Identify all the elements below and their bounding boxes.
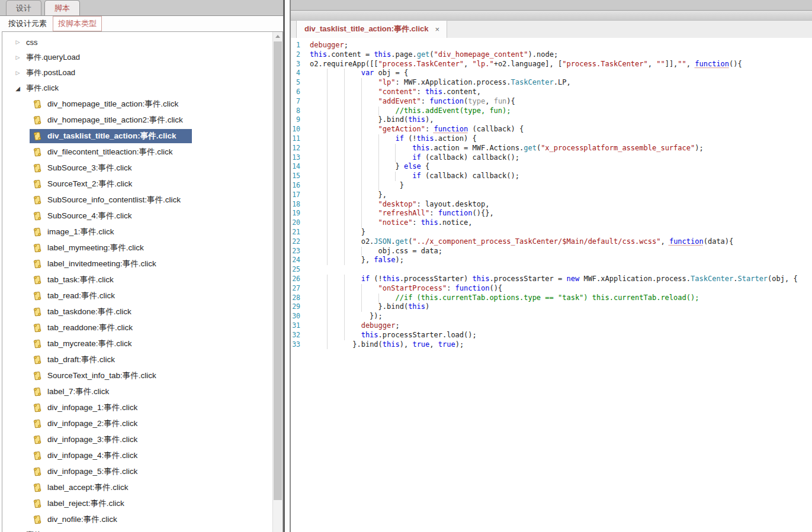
tree-item[interactable]: div_filecontent_titleaction:事件.click [2,144,272,160]
tree-item[interactable]: div_infopage_5:事件.click [2,463,272,479]
code-text: if (callback) callback(); [310,153,519,163]
top-tab-script[interactable]: 脚本 [44,0,80,15]
code-line: 14} else { [291,162,812,172]
collapsed-arrow-icon[interactable]: ▷ [14,70,21,76]
editor-panel: div_tasklist_title_action:事件.click × 1de… [291,0,812,532]
editor-tab[interactable]: div_tasklist_title_action:事件.click × [296,20,447,38]
tree-item-label: div_infopage_4:事件.click [46,450,137,461]
tree-item[interactable]: div_infopage_1:事件.click [2,399,272,415]
tree-item[interactable]: div_infopage_3:事件.click [2,431,272,447]
code-line: 15if (callback) callback(); [291,172,812,181]
tree-item[interactable]: div_infopage_4:事件.click [2,447,272,463]
tree-item-content: SubSource_4:事件.click [30,209,147,223]
scrollbar-thumb[interactable] [274,41,282,500]
code-text: this.content = this.page.get("div_homepa… [310,50,558,60]
tree-item-content: div_infopage_3:事件.click [30,433,153,447]
tree-item[interactable]: div_homepage_title_action:事件.click [2,96,272,112]
editor-tabbar: div_tasklist_title_action:事件.click × [291,21,812,38]
tree-item-content: div_homepage_title_action:事件.click [30,97,194,111]
tree-item-content: tab_draft:事件.click [30,353,130,367]
tree-item[interactable]: div_homepage_title_action2:事件.click [2,112,272,128]
code-line: 22o2.JSON.get("../x_component_process_Ta… [291,237,812,247]
tree-item[interactable]: div_nofile:事件.click [2,511,272,527]
panel-splitter[interactable] [283,0,291,532]
tree-item[interactable]: label_7:事件.click [2,383,272,399]
collapsed-arrow-icon[interactable]: ▷ [14,54,21,60]
code-line: 23obj.css = data; [291,247,812,256]
script-editor-window: 设计脚本 按设计元素按脚本类型 ▷css▷事件.queryLoad▷事件.pos… [0,0,812,532]
tree-item[interactable]: div_infopage_2:事件.click [2,415,272,431]
tree-item-label: div_infopage_1:事件.click [46,402,137,413]
tree-root-item-partial[interactable]: ▷事件 [2,527,272,532]
tree-item-label: tab_mycreate:事件.click [46,338,132,349]
tree-item-label: tab_draft:事件.click [46,354,115,365]
code-text: } [310,181,404,191]
top-tab-design[interactable]: 设计 [6,0,41,15]
tree-root-item[interactable]: ▷事件.queryLoad [2,50,272,65]
line-number: 33 [291,340,310,350]
tree-item-label: SubSource_3:事件.click [46,163,132,173]
line-number: 17 [291,191,310,200]
code-text: var obj = { [310,69,408,78]
code-line: 13if (callback) callback(); [291,153,812,163]
code-text: this.action = MWF.Actions.get("x_process… [310,144,704,153]
tree-item-content: div_nofile:事件.click [30,512,133,527]
tree-item[interactable]: label_accept:事件.click [2,479,272,495]
code-text: }); [310,312,383,321]
close-icon[interactable]: × [435,25,440,34]
tree-root-item[interactable]: ◢事件.click [2,80,272,96]
tree-item[interactable]: tab_draft:事件.click [2,352,272,367]
code-line: 1debugger; [291,41,812,50]
tree-item[interactable]: tab_read:事件.click [2,288,272,304]
tree-item[interactable]: image_1:事件.click [2,224,272,240]
code-line: 6"content": this.content, [291,88,812,97]
script-tree-panel: ▷css▷事件.queryLoad▷事件.postLoad◢事件.clickdi… [2,31,283,532]
tree-item-content: div_infopage_2:事件.click [30,417,153,431]
code-text: if (callback) callback(); [310,172,519,181]
code-line: 17}, [291,191,812,200]
tree-item-content: label_mymeeting:事件.click [30,241,159,255]
tree-scrollbar[interactable] [272,32,283,532]
script-icon [32,418,43,428]
tree-root-label: 事件.queryLoad [26,52,80,63]
script-icon [32,370,43,381]
collapsed-arrow-icon[interactable]: ▷ [14,39,21,45]
script-icon [32,274,43,285]
tree-item[interactable]: SubSource_3:事件.click [2,160,272,176]
script-icon [32,450,43,460]
code-line: 20"notice": this.notice, [291,218,812,228]
filter-tab-by-script-type[interactable]: 按脚本类型 [53,16,102,31]
tree-item[interactable]: label_reject:事件.click [2,495,272,511]
expanded-arrow-icon[interactable]: ◢ [14,85,21,92]
tree-root-label: css [26,38,38,47]
scroll-up-button[interactable] [273,32,283,41]
tree-item[interactable]: SourceText_info_tab:事件.click [2,367,272,383]
tree-item[interactable]: SubSource_info_contentlist:事件.click [2,192,272,208]
tree-item-label: div_filecontent_titleaction:事件.click [46,147,173,157]
tree-item-label: SubSource_info_contentlist:事件.click [46,195,181,205]
tree-item[interactable]: tab_readdone:事件.click [2,320,272,336]
tree-item-label: tab_readdone:事件.click [46,323,133,333]
tree-item-label: label_reject:事件.click [46,498,124,509]
tree-item[interactable]: label_invitedmeeting:事件.click [2,256,272,272]
tree-item[interactable]: tab_task:事件.click [2,272,272,288]
filter-tab-by-design-element[interactable]: 按设计元素 [5,17,50,31]
line-number: 10 [291,125,310,134]
tree-item[interactable]: SourceText_2:事件.click [2,176,272,192]
tree-root-item[interactable]: ▷css [2,34,272,50]
tree-item[interactable]: tab_taskdone:事件.click [2,304,272,320]
tree-item[interactable]: div_tasklist_title_action:事件.click [2,128,272,144]
tree-item-label: tab_taskdone:事件.click [46,307,131,317]
code-text: }.bind(this), true, true); [310,340,464,350]
line-number: 1 [291,41,310,50]
tree-item[interactable]: SubSource_4:事件.click [2,208,272,224]
filter-tabbar: 按设计元素按脚本类型 [0,16,283,31]
code-text: "desktop": layout.desktop, [310,200,489,209]
tree-item[interactable]: tab_mycreate:事件.click [2,336,272,352]
line-number: 2 [291,50,310,60]
tree-item[interactable]: label_mymeeting:事件.click [2,240,272,256]
code-editor[interactable]: 1debugger;2this.content = this.page.get(… [291,38,812,532]
tree-item-content: tab_read:事件.click [30,289,130,303]
code-line: 28//if (this.currentTab.options.type == … [291,294,812,303]
tree-root-item[interactable]: ▷事件.postLoad [2,65,272,80]
